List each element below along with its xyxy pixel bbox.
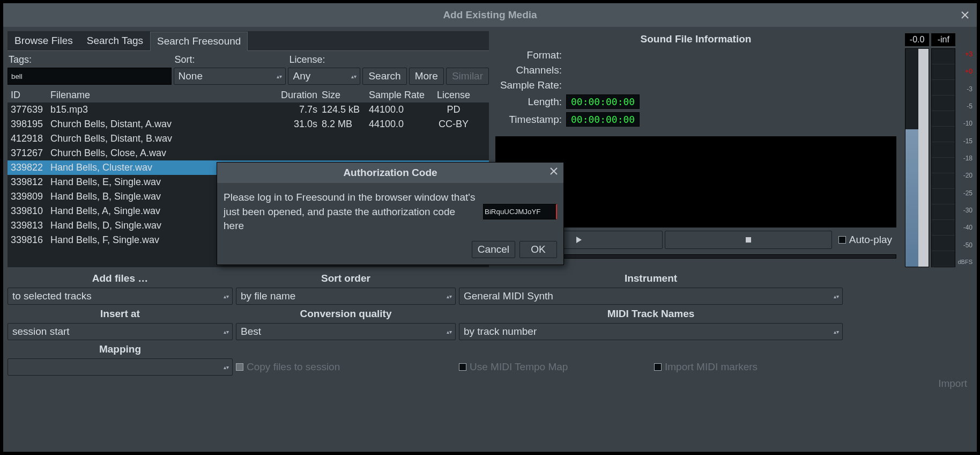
cell-id: 339809	[11, 191, 50, 202]
cell-sample-rate: 44100.0	[369, 104, 427, 115]
info-length-value: 00:00:00:00	[566, 94, 640, 109]
level-meters: -0.0 -inf +3+0-3-5-10-15-18-20-25-30-40-…	[903, 31, 972, 267]
conversion-header: Conversion quality	[236, 308, 456, 320]
meter-right-bar	[931, 48, 955, 267]
close-icon	[550, 167, 558, 175]
scale-tick: -50	[957, 241, 972, 249]
cell-id: 377639	[11, 104, 50, 115]
info-samplerate-label: Sample Rate:	[500, 79, 562, 91]
scale-tick: dBFS	[957, 259, 972, 265]
mapping-combo[interactable]: ▴▾	[8, 358, 233, 376]
copy-files-checkbox[interactable]	[236, 363, 243, 371]
scale-tick: -20	[957, 172, 972, 179]
cell-id: 412918	[11, 133, 50, 144]
midi-markers-checkbox[interactable]	[654, 363, 662, 371]
cell-id: 339822	[11, 162, 50, 173]
search-button[interactable]: Search	[362, 68, 406, 85]
table-row[interactable]: 398195Church Bells, Distant, A.wav31.0s8…	[8, 117, 489, 131]
modal-cancel-button[interactable]: Cancel	[472, 241, 515, 258]
scale-tick: -40	[957, 224, 972, 231]
midi-tempo-checkbox[interactable]	[459, 363, 466, 371]
import-button[interactable]: Import	[938, 378, 967, 390]
more-button[interactable]: More	[409, 68, 444, 85]
play-icon	[575, 236, 583, 244]
close-icon	[960, 10, 970, 20]
tab-browse-files[interactable]: Browse Files	[8, 31, 80, 50]
meter-left-readout: -0.0	[905, 33, 929, 46]
add-files-combo[interactable]: to selected tracks▴▾	[8, 288, 233, 305]
sort-combo[interactable]: None ▴▾	[174, 68, 286, 85]
tab-search-tags[interactable]: Search Tags	[80, 31, 150, 50]
info-channels-label: Channels:	[500, 64, 562, 76]
cell-size: 8.2 MB	[322, 119, 369, 130]
window-title: Add Existing Media	[443, 9, 537, 21]
license-label: License:	[288, 54, 360, 65]
spin-icon: ▴▾	[351, 75, 357, 78]
license-combo[interactable]: Any ▴▾	[288, 68, 360, 85]
license-combo-value: Any	[293, 70, 310, 82]
scale-tick: -3	[957, 85, 972, 93]
meter-right-readout: -inf	[931, 33, 955, 46]
table-row[interactable]: 377639b15.mp37.7s124.5 kB44100.0PD	[8, 102, 489, 117]
cell-id: 398195	[11, 119, 50, 130]
midi-markers-label: Import MIDI markers	[665, 361, 758, 373]
modal-ok-button[interactable]: OK	[519, 241, 557, 258]
source-tabs: Browse Files Search Tags Search Freesoun…	[8, 31, 489, 51]
copy-files-label: Copy files to session	[247, 361, 340, 373]
col-license[interactable]: License	[427, 90, 480, 101]
cell-filename: Church Bells, Close, A.wav	[50, 148, 270, 159]
add-media-window: Add Existing Media Browse Files Search T…	[3, 3, 977, 452]
tab-search-freesound[interactable]: Search Freesound	[150, 32, 248, 51]
cell-id: 339810	[11, 206, 50, 217]
col-filename[interactable]: Filename	[50, 90, 270, 101]
col-id[interactable]: ID	[11, 90, 50, 101]
sort-combo-value: None	[179, 70, 203, 82]
sort-order-combo[interactable]: by file name▴▾	[236, 288, 456, 305]
scale-tick: -30	[957, 207, 972, 214]
midi-names-header: MIDI Track Names	[459, 308, 843, 320]
autoplay-checkbox[interactable]	[838, 236, 846, 244]
scale-tick: -5	[957, 102, 972, 110]
tags-input[interactable]	[8, 68, 172, 85]
scale-tick: +0	[957, 68, 972, 75]
auth-code-input[interactable]	[483, 204, 557, 219]
col-size[interactable]: Size	[322, 90, 369, 101]
cell-filename: Church Bells, Distant, A.wav	[50, 119, 270, 130]
cell-duration: 7.7s	[270, 104, 322, 115]
spin-icon: ▴▾	[834, 330, 839, 334]
midi-tempo-label: Use MIDI Tempo Map	[470, 361, 568, 373]
cell-license: PD	[427, 104, 480, 115]
window-titlebar: Add Existing Media	[3, 3, 977, 27]
sort-order-header: Sort order	[236, 273, 456, 284]
midi-names-combo[interactable]: by track number▴▾	[459, 323, 843, 340]
cell-id: 339812	[11, 177, 50, 188]
cell-sample-rate: 44100.0	[369, 119, 427, 130]
modal-body-text: Please log in to Freesound in the browse…	[224, 190, 478, 233]
cell-size: 124.5 kB	[322, 104, 369, 115]
insert-at-header: Insert at	[8, 308, 233, 320]
svg-rect-0	[746, 237, 751, 243]
col-sample-rate[interactable]: Sample Rate	[369, 90, 427, 101]
spin-icon: ▴▾	[224, 365, 229, 369]
cell-id: 339816	[11, 234, 50, 246]
stop-button[interactable]	[665, 231, 832, 249]
sort-label: Sort:	[174, 54, 286, 65]
spin-icon: ▴▾	[224, 295, 229, 298]
instrument-combo[interactable]: General MIDI Synth▴▾	[459, 288, 843, 305]
similar-button[interactable]: Similar	[446, 68, 489, 85]
table-row[interactable]: 371267Church Bells, Close, A.wav	[8, 146, 489, 160]
conversion-combo[interactable]: Best▴▾	[236, 323, 456, 340]
window-close-button[interactable]	[957, 8, 972, 23]
col-duration[interactable]: Duration	[270, 90, 322, 101]
scale-tick: -25	[957, 189, 972, 197]
scale-tick: -10	[957, 120, 972, 127]
modal-close-button[interactable]	[550, 167, 558, 175]
insert-at-combo[interactable]: session start▴▾	[8, 323, 233, 340]
spin-icon: ▴▾	[447, 330, 452, 334]
info-timestamp-label: Timestamp:	[500, 114, 562, 126]
meter-left-bar	[905, 48, 929, 267]
autoplay-label: Auto-play	[849, 234, 892, 246]
table-row[interactable]: 412918Church Bells, Distant, B.wav	[8, 131, 489, 146]
scale-tick: -18	[957, 155, 972, 162]
info-timestamp-value: 00:00:00:00	[566, 112, 640, 127]
